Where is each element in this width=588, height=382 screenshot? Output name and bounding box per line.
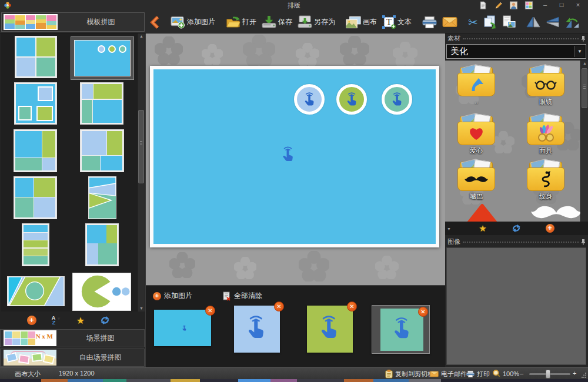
zoom-out-button[interactable]: –	[520, 370, 523, 377]
favorites-star-button[interactable]: ★	[479, 223, 486, 234]
cut-button[interactable]: ✂	[467, 16, 479, 29]
template-thumbnail[interactable]	[14, 82, 57, 125]
add-template-button[interactable]: +	[27, 316, 36, 325]
save-as-button[interactable]: 另存为	[296, 15, 336, 29]
image-preview-area	[446, 247, 586, 365]
remove-photo-button[interactable]: ✕	[205, 306, 215, 316]
favorites-star-button[interactable]: ★	[76, 315, 85, 326]
remove-photo-button[interactable]: ✕	[418, 307, 428, 317]
material-scrollbar[interactable]: ▲	[580, 61, 588, 222]
resize-grip[interactable]	[582, 373, 587, 378]
scrollbar-thumb[interactable]	[138, 110, 144, 183]
scrollbar-thumb[interactable]	[582, 68, 587, 108]
refresh-button[interactable]	[100, 316, 110, 325]
canvas-photo-slot-2[interactable]	[336, 84, 367, 115]
minimize-button[interactable]: –	[537, 0, 553, 10]
edit-pencil-icon[interactable]	[495, 1, 503, 9]
add-image-button[interactable]: 添加图片	[169, 15, 216, 30]
remove-photo-button[interactable]: ✕	[274, 301, 284, 311]
material-folder-heart[interactable]: 爱心	[457, 115, 496, 155]
mustache-icon	[465, 175, 488, 184]
template-thumbnail[interactable]	[22, 223, 49, 266]
template-collage-tab[interactable]: 模板拼图	[1, 12, 145, 32]
open-button[interactable]: 打开	[225, 15, 258, 29]
text-button[interactable]: T 文本	[381, 15, 413, 29]
add-image-label: 添加图片	[187, 17, 215, 27]
email-button[interactable]	[441, 16, 459, 28]
scene-collage-tab[interactable]: N x M 场景拼图	[0, 329, 145, 347]
rotate-right-button[interactable]	[584, 15, 587, 29]
scroll-up-icon[interactable]: ▲	[581, 61, 588, 66]
pin-icon[interactable]	[581, 239, 586, 245]
template-thumbnail[interactable]	[88, 176, 116, 219]
collage-grid-icon[interactable]	[524, 1, 533, 9]
email-button[interactable]: 电子邮件	[430, 370, 467, 378]
zoom-slider[interactable]	[529, 373, 570, 375]
canvas-photo-slot-3[interactable]	[382, 84, 412, 115]
canvas-center-hand-icon[interactable]	[279, 146, 297, 163]
rotate-left-button[interactable]	[564, 15, 582, 29]
remove-photo-button[interactable]: ✕	[347, 301, 357, 311]
folder-label: 爱心	[457, 146, 496, 155]
material-folder-up[interactable]: ..	[457, 66, 496, 106]
canvas-photo-slot-1[interactable]	[294, 84, 325, 115]
canvas-workspace[interactable]	[146, 33, 445, 285]
free-scene-collage-tab[interactable]: 自由场景拼图	[0, 349, 145, 367]
zoom-in-button[interactable]: +	[573, 370, 576, 377]
print-button[interactable]: 打印	[466, 370, 490, 378]
paste-image-button[interactable]	[501, 15, 517, 29]
clear-all-button[interactable]: 全部清除	[223, 291, 262, 301]
scroll-up-icon[interactable]: ▲	[138, 33, 145, 39]
canvas-button[interactable]: 画布	[345, 15, 378, 29]
up-arrow-icon	[469, 77, 484, 92]
template-thumbnail-selected[interactable]	[71, 36, 134, 80]
template-thumbnail[interactable]	[80, 82, 123, 125]
refresh-button[interactable]	[512, 224, 521, 233]
template-thumbnail[interactable]	[85, 223, 119, 266]
maximize-button[interactable]: □	[554, 0, 569, 10]
template-list-scrollbar[interactable]: ▲ ▼	[137, 33, 145, 311]
save-as-label: 另存为	[314, 17, 335, 27]
flip-horizontal-icon	[526, 16, 540, 28]
scroll-down-icon[interactable]: ▼	[445, 226, 453, 232]
sort-az-button[interactable]: AZ▼	[52, 316, 61, 325]
new-document-icon[interactable]	[479, 1, 487, 9]
print-button[interactable]	[421, 15, 438, 29]
zoom-slider-handle[interactable]	[546, 370, 550, 378]
flower-decoration	[299, 251, 329, 282]
material-folder-tattoo[interactable]: 纹身	[526, 161, 565, 201]
back-button[interactable]	[148, 14, 161, 31]
copy-button[interactable]	[482, 15, 498, 29]
flip-vertical-button[interactable]	[544, 15, 561, 29]
template-thumbnail[interactable]	[72, 273, 131, 311]
close-button[interactable]: ×	[570, 0, 586, 10]
canvas-label: 画布	[363, 17, 377, 27]
template-thumbnail[interactable]	[80, 129, 124, 172]
copy-to-clipboard-button[interactable]: 复制到剪切板	[385, 370, 434, 378]
material-folder-mouth[interactable]: 嘴巴	[457, 161, 496, 201]
filmstrip-photo-3[interactable]: ✕	[307, 306, 353, 353]
template-thumbnail[interactable]	[15, 36, 57, 78]
flip-horizontal-button[interactable]	[525, 15, 542, 29]
material-folder-mask[interactable]: 面具	[526, 115, 565, 155]
filmstrip-photo-4-selected[interactable]: ✕	[372, 305, 430, 354]
filmstrip-photo-1[interactable]: ✕	[154, 310, 211, 346]
filmstrip-photo-2[interactable]: ✕	[234, 306, 280, 353]
zoom-value: 100%	[503, 370, 519, 377]
category-value: 美化	[450, 46, 468, 57]
template-thumbnail[interactable]	[14, 129, 57, 172]
mask-icon	[535, 125, 556, 142]
white-mustache-sticker[interactable]	[531, 203, 582, 223]
template-thumbnail[interactable]	[7, 276, 65, 306]
material-folder-glasses[interactable]: 眼镜	[526, 66, 565, 106]
filmstrip-add-image-button[interactable]: + 添加图片	[153, 291, 192, 301]
folder-label: 嘴巴	[457, 192, 496, 201]
portrait-editor-icon[interactable]	[509, 1, 518, 9]
scroll-down-icon[interactable]: ▼	[138, 306, 145, 311]
material-category-dropdown[interactable]: 美化 ▼	[446, 44, 586, 59]
template-thumbnail[interactable]	[14, 176, 57, 219]
add-material-button[interactable]: +	[546, 224, 554, 233]
free-scene-collage-label: 自由场景拼图	[56, 353, 144, 363]
save-button[interactable]: 保存	[260, 15, 293, 29]
pin-icon[interactable]	[581, 35, 586, 42]
